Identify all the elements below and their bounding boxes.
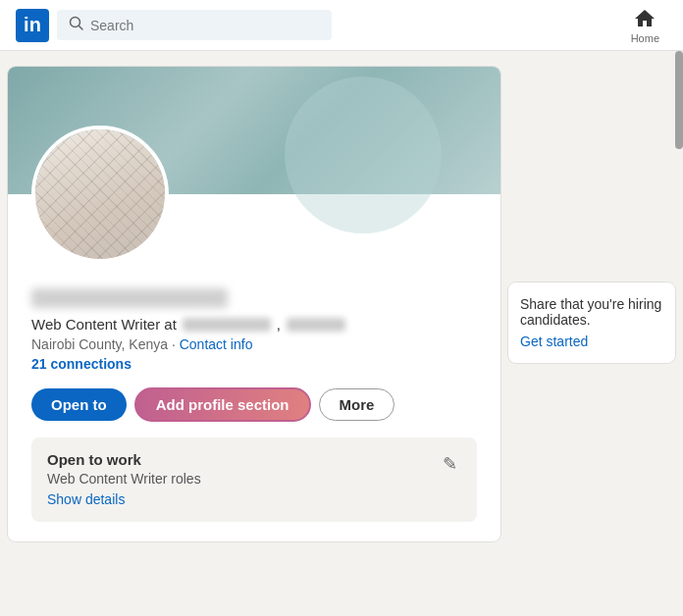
search-input[interactable] xyxy=(90,18,320,33)
banner-decoration xyxy=(285,77,442,233)
profile-info: Web Content Writer at , Nairobi County, … xyxy=(8,273,500,541)
open-to-work-content: Open to work Web Content Writer roles Sh… xyxy=(47,451,201,508)
scrollbar[interactable] xyxy=(675,51,683,149)
linkedin-logo: in xyxy=(16,9,49,42)
profile-banner xyxy=(8,67,500,194)
company-blurred-1 xyxy=(183,318,271,332)
get-started-link[interactable]: Get started xyxy=(520,334,588,349)
contact-info-link[interactable]: Contact info xyxy=(180,336,253,352)
svg-line-1 xyxy=(79,26,83,30)
location-text: Nairobi County, Kenya xyxy=(31,336,168,352)
hiring-card: Share that you're hiring candidates. Get… xyxy=(508,282,675,363)
connections-count[interactable]: 21 connections xyxy=(31,356,477,372)
more-button[interactable]: More xyxy=(319,388,395,421)
action-buttons: Open to Add profile section More xyxy=(31,387,477,422)
location-dot: · xyxy=(172,336,180,352)
edit-open-to-work-button[interactable]: ✎ xyxy=(439,451,461,477)
title-text: Web Content Writer at xyxy=(31,316,177,333)
search-bar[interactable] xyxy=(57,10,332,40)
home-nav-item[interactable]: Home xyxy=(623,7,667,44)
profile-location: Nairobi County, Kenya · Contact info xyxy=(31,336,477,352)
search-icon xyxy=(69,16,84,34)
open-to-work-card: Open to work Web Content Writer roles Sh… xyxy=(31,437,477,522)
title-comma: , xyxy=(277,316,281,333)
avatar[interactable] xyxy=(31,126,169,263)
home-nav-label: Home xyxy=(631,32,659,44)
nav-icons: Home xyxy=(623,7,667,44)
right-sidebar: Share that you're hiring candidates. Get… xyxy=(508,67,675,549)
open-to-work-title: Open to work xyxy=(47,451,201,468)
logo-text: in xyxy=(24,14,41,36)
open-to-button[interactable]: Open to xyxy=(31,388,127,421)
company-blurred-2 xyxy=(287,318,345,332)
navbar: in Home xyxy=(0,0,683,51)
edit-icon: ✎ xyxy=(443,454,457,474)
add-profile-section-button[interactable]: Add profile section xyxy=(134,387,311,422)
profile-card: Web Content Writer at , Nairobi County, … xyxy=(8,67,500,541)
hiring-card-text: Share that you're hiring candidates. xyxy=(520,296,663,328)
show-details-link[interactable]: Show details xyxy=(47,491,125,507)
home-icon xyxy=(633,7,657,30)
profile-name xyxy=(31,288,228,308)
avatar-image xyxy=(35,129,165,259)
profile-title: Web Content Writer at , xyxy=(31,316,477,333)
open-to-work-subtitle: Web Content Writer roles xyxy=(47,471,201,487)
